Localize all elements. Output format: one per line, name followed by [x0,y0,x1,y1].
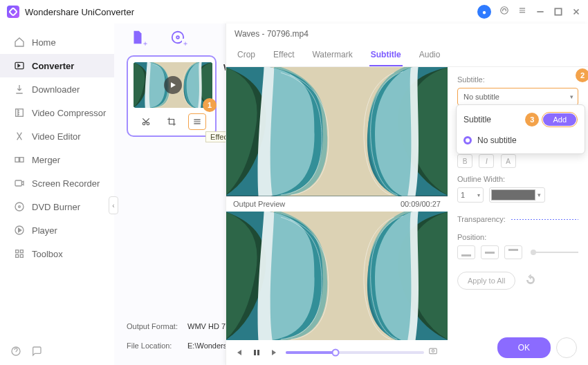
add-subtitle-button[interactable]: Add [543,113,576,126]
svg-rect-11 [16,250,19,253]
sidebar-label: Converter [32,61,74,71]
sidebar-label: Home [32,37,56,48]
svg-rect-12 [20,250,23,253]
sidebar-label: Toolbox [32,249,63,259]
sidebar-item-downloader[interactable]: Downloader [0,77,114,101]
sidebar-item-player[interactable]: Player [0,218,114,242]
app-title: Wondershare UniConverter [25,7,134,17]
sidebar-label: Video Compressor [32,108,106,118]
position-label: Position: [457,233,578,241]
timeline-slider[interactable] [286,351,424,354]
chevron-down-icon: ▾ [570,93,573,100]
subtitle-option-none[interactable]: No subtitle [461,133,580,148]
sidebar-item-toolbox[interactable]: Toolbox [0,242,114,265]
add-dvd-button[interactable]: ＋ [168,28,187,47]
output-preview[interactable] [226,212,448,341]
home-icon [14,37,25,48]
output-format-label: Output Format: [127,322,183,330]
playback-controls [226,340,448,365]
source-preview[interactable] [226,67,448,196]
reset-icon[interactable] [525,274,536,288]
option-label: No subtitle [477,135,517,145]
next-frame-button[interactable] [268,346,282,359]
svg-rect-5 [15,158,19,162]
sidebar-item-converter[interactable]: Converter [0,54,114,77]
effect-tool[interactable] [188,113,206,130]
recorder-icon [14,178,25,189]
color-swatch [491,189,535,200]
sidebar-collapse-handle[interactable]: ‹ [109,196,118,214]
sidebar-label: DVD Burner [32,202,80,212]
play-icon[interactable] [164,76,182,94]
position-top-button[interactable] [504,245,522,259]
help-icon[interactable] [10,346,21,359]
toolbox-icon [14,248,25,259]
position-middle-button[interactable] [481,245,499,259]
svg-rect-13 [16,254,19,257]
trim-tool[interactable] [137,113,155,130]
maximize-button[interactable] [553,7,563,17]
compress-icon [14,107,25,118]
dvd-icon [14,201,25,212]
merger-icon [14,154,25,165]
preview-column: Output Preview 00:09/00:27 [226,67,448,365]
sidebar-item-recorder[interactable]: Screen Recorder [0,171,114,195]
editor-dialog: Waves - 70796.mp4 Crop Effect Watermark … [226,24,588,365]
download-icon [14,84,25,95]
sidebar-item-editor[interactable]: Video Editor [0,124,114,148]
minimize-button[interactable] [535,7,545,17]
snapshot-icon[interactable] [428,346,442,359]
svg-rect-21 [430,348,437,354]
sidebar-label: Merger [32,155,60,165]
tab-audio[interactable]: Audio [418,44,442,66]
sidebar-item-home[interactable]: Home [0,30,114,54]
position-bottom-button[interactable] [457,245,475,259]
tab-watermark[interactable]: Watermark [311,44,353,66]
tab-effect[interactable]: Effect [272,44,295,66]
subtitle-dropdown: Subtitle 3 Add No subtitle [456,104,585,154]
svg-rect-20 [257,350,259,355]
sidebar-item-compressor[interactable]: Video Compressor [0,101,114,124]
editor-tabs: Crop Effect Watermark Subtitle Audio [226,44,588,67]
prev-frame-button[interactable] [232,346,246,359]
subtitle-label: Subtitle: [457,75,578,84]
annotation-badge-2: 2 [576,68,588,82]
file-thumbnail[interactable] [134,62,212,108]
bold-icon[interactable]: B [457,154,472,168]
italic-icon[interactable]: I [479,154,494,168]
svg-rect-6 [20,158,24,162]
transparency-slider[interactable] [511,219,578,220]
titlebar: Wondershare UniConverter ● [0,0,588,24]
crop-tool[interactable] [163,113,181,130]
svg-rect-2 [555,8,561,15]
apply-to-all-button[interactable]: Apply to All [457,272,515,290]
account-avatar[interactable]: ● [477,5,491,19]
font-color-icon[interactable]: A [501,154,516,168]
radio-selected-icon [463,136,472,144]
outline-width-select[interactable]: 1▾ [457,187,484,203]
sidebar: Home Converter Downloader Video Compress… [0,24,114,365]
ok-button[interactable]: OK [497,337,551,358]
sidebar-item-dvd[interactable]: DVD Burner [0,195,114,218]
tab-subtitle[interactable]: Subtitle [369,44,403,66]
support-icon[interactable] [499,6,509,18]
annotation-badge-1: 1 [203,98,217,112]
subtitle-select[interactable]: No subtitle ▾ [457,88,578,106]
tab-crop[interactable]: Crop [236,44,257,66]
outline-color-select[interactable]: ▾ [489,187,545,203]
editor-file-title: Waves - 70796.mp4 [226,24,588,44]
player-icon [14,225,25,236]
menu-icon[interactable] [517,6,527,18]
position-slider[interactable] [533,252,578,253]
pause-button[interactable] [250,346,264,359]
file-card[interactable]: 1 Effect W [127,55,217,137]
sidebar-item-merger[interactable]: Merger [0,148,114,171]
close-button[interactable] [571,7,581,17]
svg-rect-14 [20,254,23,257]
cancel-button-partial[interactable] [556,337,577,358]
svg-point-1 [501,7,508,15]
feedback-icon[interactable] [31,346,42,359]
sidebar-label: Player [32,225,57,236]
converter-icon [14,60,25,71]
add-file-button[interactable]: ＋ [128,28,147,47]
